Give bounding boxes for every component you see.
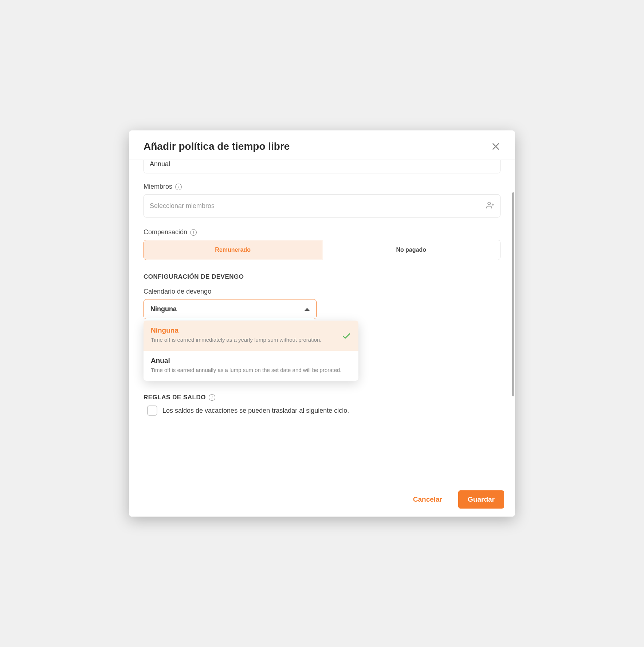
compensation-unpaid-option[interactable]: No pagado [322,240,501,260]
compensation-label-row: Compensación i [144,228,500,236]
compensation-toggle: Remunerado No pagado [144,240,500,260]
accrual-heading: CONFIGURACIÓN DE DEVENGO [144,273,500,281]
members-select[interactable]: Seleccionar miembros [144,194,500,217]
accrual-selected-value: Ninguna [150,305,177,313]
save-button[interactable]: Guardar [458,490,504,509]
close-button[interactable] [491,142,500,151]
info-icon[interactable]: i [175,184,182,190]
option-title: Ninguna [151,326,322,334]
check-icon [342,332,351,342]
add-policy-modal: Añadir política de tiempo libre Miembros… [129,130,515,517]
accrual-calendar-label: Calendario de devengo [144,288,500,295]
add-member-icon [486,201,494,211]
option-title: Anual [151,357,342,365]
carry-over-label: Los saldos de vacaciones se pueden trasl… [162,407,349,415]
cancel-button[interactable]: Cancelar [404,490,452,509]
accrual-option-ninguna[interactable]: Ninguna Time off is earned immediately a… [144,321,358,351]
compensation-label: Compensación [144,228,187,236]
policy-name-input[interactable] [144,160,500,173]
modal-header: Añadir política de tiempo libre [129,130,515,160]
accrual-calendar-select[interactable]: Ninguna [144,299,317,319]
option-desc: Time off is earned immediately as a year… [151,336,322,344]
scrollbar-thumb[interactable] [512,192,514,396]
carry-over-row: Los saldos de vacaciones se pueden trasl… [144,405,500,416]
accrual-dropdown: Ninguna Time off is earned immediately a… [144,321,358,381]
compensation-paid-option[interactable]: Remunerado [144,240,322,260]
accrual-option-anual[interactable]: Anual Time off is earned annually as a l… [144,351,358,381]
balance-rules-section: REGLAS DE SALDO i Los saldos de vacacion… [144,394,500,416]
option-desc: Time off is earned annually as a lump su… [151,366,342,375]
modal-footer: Cancelar Guardar [129,482,515,517]
close-icon [491,142,500,151]
caret-up-icon [305,308,310,311]
members-placeholder: Seleccionar miembros [150,202,215,210]
modal-title: Añadir política de tiempo libre [144,141,290,152]
members-label: Miembros [144,183,172,191]
balance-heading-row: REGLAS DE SALDO i [144,394,500,401]
svg-point-2 [488,202,490,205]
modal-body: Miembros i Seleccionar miembros Compensa… [129,160,515,482]
members-label-row: Miembros i [144,183,500,191]
info-icon[interactable]: i [190,229,197,236]
balance-heading: REGLAS DE SALDO [144,394,206,401]
info-icon[interactable]: i [209,394,215,401]
carry-over-checkbox[interactable] [147,405,157,416]
